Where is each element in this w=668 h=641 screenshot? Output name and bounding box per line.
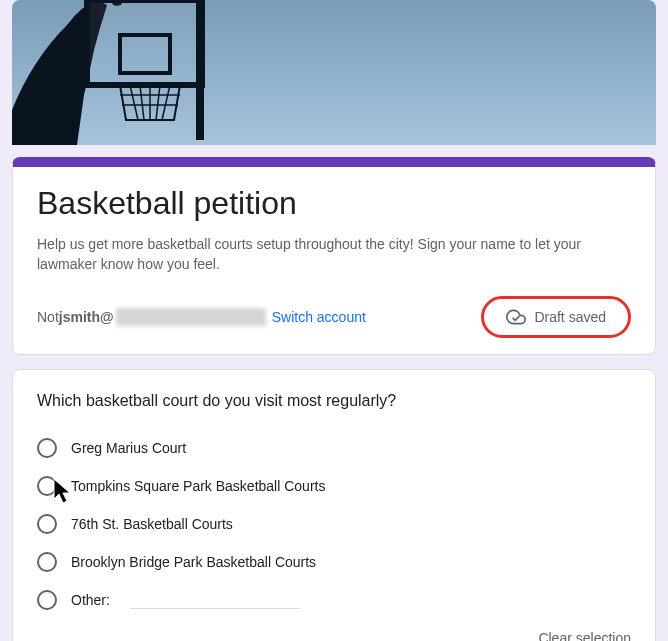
radio-icon xyxy=(37,552,57,572)
radio-option[interactable]: 76th St. Basketball Courts xyxy=(37,514,631,534)
radio-icon xyxy=(37,514,57,534)
question-card: Which basketball court do you visit most… xyxy=(12,369,656,641)
option-label: Greg Marius Court xyxy=(71,440,186,456)
radio-option[interactable]: Tompkins Square Park Basketball Courts xyxy=(37,476,631,496)
svg-line-8 xyxy=(156,85,160,120)
radio-option-other[interactable]: Other: xyxy=(37,590,631,610)
cloud-done-icon xyxy=(506,307,526,327)
switch-account-link[interactable]: Switch account xyxy=(272,309,366,325)
other-label: Other: xyxy=(71,592,110,608)
form-title-card: Basketball petition Help us get more bas… xyxy=(12,157,656,355)
radio-icon xyxy=(37,438,57,458)
svg-line-9 xyxy=(162,85,170,120)
radio-option[interactable]: Brooklyn Bridge Park Basketball Courts xyxy=(37,552,631,572)
svg-line-6 xyxy=(140,85,144,120)
account-row: Not jsmith@ Switch account Draft saved xyxy=(37,296,631,338)
form-title: Basketball petition xyxy=(37,185,631,222)
draft-saved-indicator: Draft saved xyxy=(481,296,631,338)
clear-selection-button[interactable]: Clear selection xyxy=(37,630,631,641)
form-description: Help us get more basketball courts setup… xyxy=(37,234,631,274)
option-label: Tompkins Square Park Basketball Courts xyxy=(71,478,325,494)
option-label: 76th St. Basketball Courts xyxy=(71,516,233,532)
question-prompt: Which basketball court do you visit most… xyxy=(37,392,631,410)
other-input[interactable] xyxy=(130,592,300,609)
account-email: jsmith@ xyxy=(59,309,114,325)
svg-line-5 xyxy=(130,85,138,120)
radio-option[interactable]: Greg Marius Court xyxy=(37,438,631,458)
redacted-email xyxy=(116,308,266,326)
form-header-image xyxy=(12,0,656,145)
option-label: Brooklyn Bridge Park Basketball Courts xyxy=(71,554,316,570)
radio-icon xyxy=(37,590,57,610)
not-label: Not xyxy=(37,309,59,325)
draft-saved-label: Draft saved xyxy=(534,309,606,325)
radio-icon xyxy=(37,476,57,496)
